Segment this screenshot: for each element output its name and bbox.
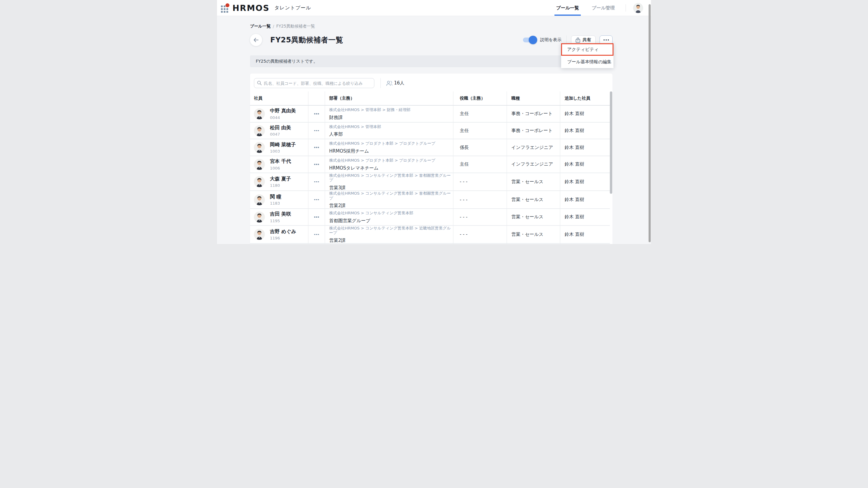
employee-name: 宮本 千代 [270, 159, 291, 164]
lock-icon [576, 37, 580, 43]
department-path-link[interactable]: 株式会社HRMOS > プロダクト本部 > プロダクトグループ [329, 158, 453, 163]
people-icon [386, 81, 393, 86]
department-path-link[interactable]: 株式会社HRMOS > コンサルティング営業本部 > 近畿地区営業グループ [329, 226, 453, 235]
menu-item-edit-pool-info[interactable]: プール基本情報の編集 [561, 56, 614, 68]
jobtype-cell: 営業・セールス [507, 173, 560, 191]
department-name: HRMOS採用チーム [329, 148, 453, 154]
tab-pool-manage[interactable]: プール管理 [590, 0, 617, 16]
table-row[interactable]: 関 瞳 1183 株式会社HRMOS > コンサルティング営業本部 > 首都圏営… [250, 191, 610, 209]
added-by-cell: 鈴木 直樹 [560, 122, 610, 139]
user-avatar[interactable] [633, 3, 643, 13]
tab-pool-manage-label: プール管理 [592, 5, 615, 11]
department-name: HRMOSタレマネチーム [329, 165, 453, 171]
row-more-icon [314, 199, 315, 201]
employee-code: 1003 [270, 149, 296, 153]
added-by-cell: 鈴木 直樹 [560, 105, 610, 122]
added-by-cell: 鈴木 直樹 [560, 191, 610, 209]
table-row[interactable]: 大森 夏子 1180 株式会社HRMOS > コンサルティング営業本部 > 首都… [250, 173, 610, 191]
row-more-button[interactable] [308, 197, 325, 202]
role-cell: 主任 [453, 122, 507, 139]
department-path-link[interactable]: 株式会社HRMOS > 管理本部 > 財務・経理部 [329, 108, 453, 112]
role-cell: - - - [453, 173, 507, 191]
table-body: 中野 真由美 0044 株式会社HRMOS > 管理本部 > 財務・経理部 財務… [250, 105, 610, 244]
department-path-link[interactable]: 株式会社HRMOS > コンサルティング営業本部 > 首都圏営業グループ [329, 191, 453, 201]
menu-item-edit-pool-info-label: プール基本情報の編集 [567, 59, 611, 65]
added-by-cell: 鈴木 直樹 [560, 173, 610, 191]
breadcrumb-current: FY25異動候補者一覧 [276, 24, 315, 29]
brand-name: HRMOS [232, 4, 270, 12]
row-more-button[interactable] [308, 180, 325, 184]
app-window: HRMOS タレントプール プール一覧 プール管理 [217, 0, 651, 244]
row-more-button[interactable] [308, 232, 325, 237]
row-more-button[interactable] [308, 162, 325, 167]
hrmos-logo: HRMOS タレントプール [221, 4, 311, 12]
menu-item-activity[interactable]: アクティビティ [561, 43, 614, 56]
window-scrollbar[interactable] [649, 4, 651, 242]
employee-name: 大森 夏子 [270, 176, 291, 182]
back-button[interactable] [250, 34, 262, 46]
more-dropdown-menu: アクティビティ プール基本情報の編集 [561, 43, 614, 68]
employee-avatar [254, 212, 265, 222]
table-row[interactable]: 吉野 めぐみ 1196 株式会社HRMOS > コンサルティング営業本部 > 近… [250, 225, 610, 243]
show-description-toggle[interactable] [523, 36, 537, 44]
employee-code: 1195 [270, 219, 291, 223]
added-by-cell: 鈴木 直樹 [560, 243, 610, 244]
table-row[interactable]: 中野 真由美 0044 株式会社HRMOS > 管理本部 > 財務・経理部 財務… [250, 105, 610, 122]
row-more-icon [314, 234, 315, 235]
pool-description-banner: FY25の異動候補者リストです。 [250, 55, 613, 67]
department-name: 営業2課 [329, 203, 453, 208]
breadcrumb-parent[interactable]: プール一覧 [250, 24, 271, 29]
logo-grid-icon [221, 4, 229, 12]
employee-avatar [254, 176, 265, 187]
col-header-actions [308, 91, 325, 105]
role-cell: - - - [453, 209, 507, 225]
row-more-button[interactable] [308, 112, 325, 116]
show-description-label: 説明を表示 [540, 37, 561, 43]
department-name: 財務課 [329, 115, 453, 120]
added-by-cell: 鈴木 直樹 [560, 225, 610, 243]
table-row[interactable]: 松田 由美 0047 株式会社HRMOS > 管理本部 人事部 主任 事務・コー… [250, 122, 610, 139]
table-row[interactable]: 吉田 美咲 1195 株式会社HRMOS > コンサルティング営業本部 首都圏営… [250, 209, 610, 225]
table-row[interactable]: 宮本 千代 1006 株式会社HRMOS > プロダクト本部 > プロダクトグル… [250, 156, 610, 173]
row-more-button[interactable] [308, 128, 325, 133]
department-name: 首都圏営業グループ [329, 218, 453, 223]
search-input[interactable] [254, 78, 374, 88]
member-count: 16人 [386, 80, 404, 86]
table-scrollbar[interactable] [610, 91, 612, 194]
jobtype-cell: 事務・コーポレート [507, 105, 560, 122]
menu-item-activity-label: アクティビティ [567, 47, 599, 52]
breadcrumb-separator: / [273, 24, 274, 29]
user-avatar-image [633, 3, 643, 13]
pool-description-text: FY25の異動候補者リストです。 [256, 59, 317, 64]
row-more-icon [314, 181, 315, 183]
employee-name: 吉田 美咲 [270, 211, 291, 217]
col-header-role: 役職（主務） [453, 91, 507, 105]
employee-avatar [254, 159, 265, 170]
row-more-icon [314, 130, 315, 131]
employee-code: 0044 [270, 116, 296, 120]
department-name: 営業3課 [329, 185, 453, 190]
member-list-card: 16人 社員 部署（主務） 役職（主務） 職種 [250, 73, 613, 244]
row-more-button[interactable] [308, 145, 325, 150]
product-name: タレントプール [275, 5, 311, 11]
department-path-link[interactable]: 株式会社HRMOS > プロダクト本部 > プロダクトグループ [329, 141, 453, 146]
role-cell: 主任 [453, 105, 507, 122]
department-path-link[interactable]: 株式会社HRMOS > コンサルティング営業本部 > 首都圏営業グループ [329, 173, 453, 183]
tab-pool-list[interactable]: プール一覧 [554, 0, 581, 16]
employee-code: 1183 [270, 201, 281, 205]
table-header-row: 社員 部署（主務） 役職（主務） 職種 追加した社員 [250, 91, 610, 105]
department-path-link[interactable]: 株式会社HRMOS > コンサルティング営業本部 [329, 211, 453, 216]
search-icon [257, 81, 262, 85]
department-name: 営業2課 [329, 238, 453, 243]
row-more-button[interactable] [308, 215, 325, 219]
app-header: HRMOS タレントプール プール一覧 プール管理 [217, 0, 651, 16]
table-row[interactable]: 岡崎 菜穂子 1003 株式会社HRMOS > プロダクト本部 > プロダクトグ… [250, 139, 610, 156]
employee-name: 関 瞳 [270, 194, 281, 200]
table-row[interactable]: 坂田 文子 株式会社HRMOS > コンサルティング営業本部 営業・セールス 鈴… [250, 243, 610, 244]
employee-code: 1180 [270, 183, 291, 187]
department-path-link[interactable]: 株式会社HRMOS > 管理本部 [329, 124, 453, 129]
members-table: 社員 部署（主務） 役職（主務） 職種 追加した社員 [250, 91, 610, 244]
employee-code: 0047 [270, 132, 291, 136]
employee-avatar [254, 109, 265, 119]
breadcrumb: プール一覧 / FY25異動候補者一覧 [250, 16, 613, 29]
